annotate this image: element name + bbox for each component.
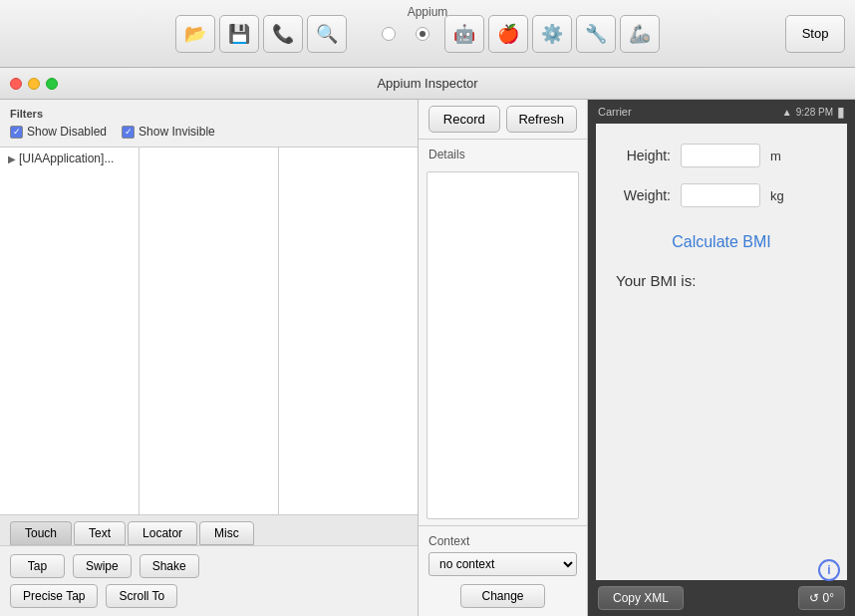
tab-locator[interactable]: Locator — [128, 521, 197, 545]
show-invisible-filter[interactable]: ✓ Show Invisible — [122, 125, 215, 139]
show-disabled-checkbox[interactable]: ✓ — [10, 126, 23, 139]
inspector-window: Appium Inspector Filters ✓ Show Disabled… — [0, 68, 855, 616]
action-row-1: Tap Swipe Shake — [10, 554, 408, 578]
minimize-button[interactable] — [28, 78, 40, 90]
context-select[interactable]: no context — [428, 552, 577, 576]
maximize-button[interactable] — [46, 78, 58, 90]
height-row: Height: m — [616, 144, 827, 167]
height-input[interactable] — [681, 144, 760, 167]
appium-title: Appium — [408, 5, 448, 19]
android-button[interactable]: 🤖 — [444, 15, 484, 53]
rotate-button[interactable]: ↺ 0° — [798, 586, 845, 610]
radio-ios[interactable] — [416, 27, 429, 41]
stop-button[interactable]: Stop — [785, 15, 845, 53]
context-select-row: no context — [428, 552, 577, 576]
phone-button[interactable]: 📞 — [263, 15, 303, 53]
tools-button[interactable]: 🔧 — [576, 15, 616, 53]
scroll-to-button[interactable]: Scroll To — [106, 584, 177, 608]
tree-col-1[interactable]: ▶ [UIAApplication]... — [0, 148, 140, 514]
carrier-label: Carrier — [598, 106, 632, 118]
show-disabled-filter[interactable]: ✓ Show Disabled — [10, 125, 107, 139]
platform-radio-group — [382, 27, 429, 41]
swipe-button[interactable]: Swipe — [73, 554, 132, 578]
settings-button[interactable]: ⚙️ — [532, 15, 572, 53]
details-box — [427, 171, 579, 519]
action-buttons: Tap Swipe Shake Precise Tap Scroll To — [0, 546, 418, 616]
wifi-icon: ▲ — [782, 107, 792, 118]
tab-touch[interactable]: Touch — [10, 521, 72, 545]
bottom-tabs: Touch Text Locator Misc — [0, 515, 418, 546]
precise-tap-button[interactable]: Precise Tap — [10, 584, 98, 608]
height-unit: m — [770, 149, 781, 163]
tab-text[interactable]: Text — [74, 521, 126, 545]
tree-root-item[interactable]: ▶ [UIAApplication]... — [0, 148, 139, 169]
info-icon[interactable]: i — [818, 559, 840, 581]
copy-xml-button[interactable]: Copy XML — [598, 586, 684, 610]
shake-button[interactable]: Shake — [140, 554, 199, 578]
show-disabled-label: Show Disabled — [27, 125, 107, 139]
robot-arm-button[interactable]: 🦾 — [620, 15, 660, 53]
device-bottom-bar: Copy XML ↺ 0° — [588, 580, 855, 616]
context-section: Context no context Change — [419, 525, 587, 616]
weight-row: Weight: kg — [616, 183, 827, 207]
toolbar-left-buttons: 📂 💾 📞 🔍 — [175, 15, 347, 53]
calculate-bmi-button[interactable]: Calculate BMI — [616, 233, 827, 251]
refresh-button[interactable]: Refresh — [506, 106, 578, 133]
toolbar-right-buttons: 🤖 🍎 ⚙️ 🔧 🦾 — [444, 15, 660, 53]
device-panel: Carrier ▲ 9:28 PM ▮ Height: m Weight: kg — [588, 100, 855, 616]
weight-unit: kg — [770, 188, 784, 203]
battery-icon: ▮ — [837, 104, 845, 120]
status-icons: ▲ 9:28 PM ▮ — [782, 104, 845, 120]
change-button[interactable]: Change — [460, 584, 544, 608]
tree-root-label: [UIAApplication]... — [19, 152, 114, 165]
details-header: Details — [419, 140, 587, 165]
device-status-bar: Carrier ▲ 9:28 PM ▮ — [588, 100, 855, 124]
bmi-result-label: Your BMI is: — [616, 272, 827, 289]
context-label: Context — [428, 534, 577, 548]
inspector-traffic-lights — [10, 78, 58, 90]
details-area — [419, 165, 587, 525]
inspector-title-bar: Appium Inspector — [0, 68, 855, 100]
left-panel: Filters ✓ Show Disabled ✓ Show Invisible — [0, 100, 419, 616]
rotate-icon: ↺ — [809, 591, 819, 605]
show-invisible-checkbox[interactable]: ✓ — [122, 126, 135, 139]
show-invisible-label: Show Invisible — [139, 125, 215, 139]
tab-misc[interactable]: Misc — [199, 521, 254, 545]
device-screen: Height: m Weight: kg Calculate BMI Your … — [596, 124, 847, 580]
filters-label: Filters — [10, 108, 408, 120]
weight-input[interactable] — [681, 183, 760, 207]
tree-container: ▶ [UIAApplication]... — [0, 148, 418, 515]
tree-col-3[interactable] — [279, 148, 418, 514]
height-label: Height: — [616, 148, 671, 163]
rotate-label: 0° — [823, 591, 834, 605]
record-button[interactable]: Record — [428, 106, 500, 133]
appium-toolbar: Appium 📂 💾 📞 🔍 🤖 🍎 ⚙️ 🔧 🦾 Stop — [0, 0, 855, 68]
open-folder-button[interactable]: 📂 — [175, 15, 215, 53]
inspector-title: Appium Inspector — [377, 76, 477, 91]
radio-android[interactable] — [382, 27, 396, 41]
tree-arrow-icon: ▶ — [8, 154, 16, 164]
tree-col-2[interactable] — [140, 148, 279, 514]
save-button[interactable]: 💾 — [219, 15, 259, 53]
time-label: 9:28 PM — [796, 107, 833, 118]
weight-label: Weight: — [616, 187, 671, 203]
stop-button-container: Stop — [785, 15, 845, 53]
filters-bar: Filters ✓ Show Disabled ✓ Show Invisible — [0, 100, 418, 148]
record-refresh-row: Record Refresh — [419, 100, 587, 140]
tap-button[interactable]: Tap — [10, 554, 65, 578]
inspector-body: Filters ✓ Show Disabled ✓ Show Invisible — [0, 100, 855, 616]
action-row-2: Precise Tap Scroll To — [10, 584, 408, 608]
search-button[interactable]: 🔍 — [307, 15, 347, 53]
close-button[interactable] — [10, 78, 22, 90]
apple-button[interactable]: 🍎 — [488, 15, 528, 53]
middle-panel: Record Refresh Details Context no contex… — [419, 100, 588, 616]
filters-checkboxes: ✓ Show Disabled ✓ Show Invisible — [10, 125, 408, 139]
